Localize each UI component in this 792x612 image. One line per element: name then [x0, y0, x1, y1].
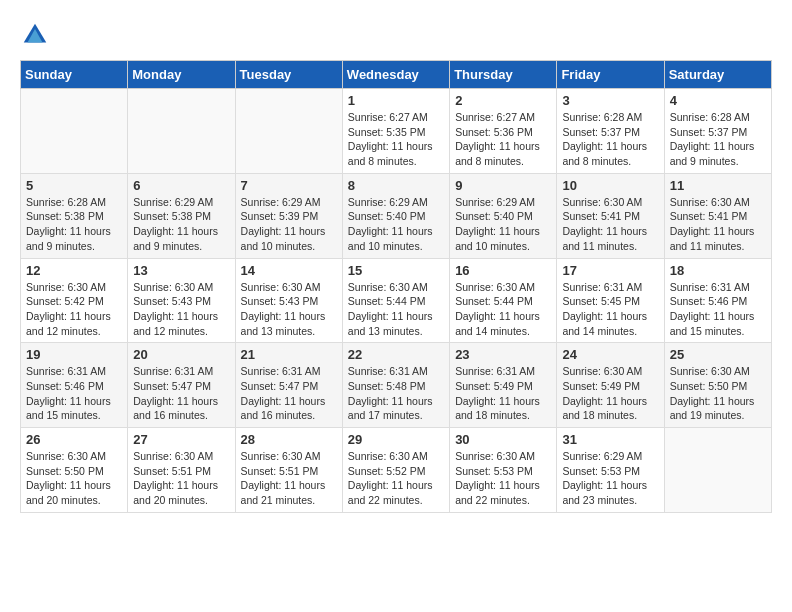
day-number: 22 — [348, 347, 444, 362]
day-number: 31 — [562, 432, 658, 447]
calendar-day-3: 3Sunrise: 6:28 AMSunset: 5:37 PMDaylight… — [557, 89, 664, 174]
day-number: 7 — [241, 178, 337, 193]
day-info: Sunrise: 6:29 AMSunset: 5:39 PMDaylight:… — [241, 195, 337, 254]
day-info: Sunrise: 6:27 AMSunset: 5:36 PMDaylight:… — [455, 110, 551, 169]
calendar-day-21: 21Sunrise: 6:31 AMSunset: 5:47 PMDayligh… — [235, 343, 342, 428]
header-sunday: Sunday — [21, 61, 128, 89]
day-info: Sunrise: 6:30 AMSunset: 5:51 PMDaylight:… — [241, 449, 337, 508]
calendar-day-29: 29Sunrise: 6:30 AMSunset: 5:52 PMDayligh… — [342, 428, 449, 513]
calendar-day-13: 13Sunrise: 6:30 AMSunset: 5:43 PMDayligh… — [128, 258, 235, 343]
day-number: 4 — [670, 93, 766, 108]
day-info: Sunrise: 6:30 AMSunset: 5:50 PMDaylight:… — [670, 364, 766, 423]
day-number: 6 — [133, 178, 229, 193]
calendar-header-row: SundayMondayTuesdayWednesdayThursdayFrid… — [21, 61, 772, 89]
day-info: Sunrise: 6:30 AMSunset: 5:43 PMDaylight:… — [241, 280, 337, 339]
day-info: Sunrise: 6:30 AMSunset: 5:49 PMDaylight:… — [562, 364, 658, 423]
day-info: Sunrise: 6:27 AMSunset: 5:35 PMDaylight:… — [348, 110, 444, 169]
day-info: Sunrise: 6:28 AMSunset: 5:38 PMDaylight:… — [26, 195, 122, 254]
day-number: 13 — [133, 263, 229, 278]
header-wednesday: Wednesday — [342, 61, 449, 89]
day-number: 19 — [26, 347, 122, 362]
day-info: Sunrise: 6:28 AMSunset: 5:37 PMDaylight:… — [562, 110, 658, 169]
calendar-day-17: 17Sunrise: 6:31 AMSunset: 5:45 PMDayligh… — [557, 258, 664, 343]
calendar-day-28: 28Sunrise: 6:30 AMSunset: 5:51 PMDayligh… — [235, 428, 342, 513]
calendar-day-24: 24Sunrise: 6:30 AMSunset: 5:49 PMDayligh… — [557, 343, 664, 428]
header-monday: Monday — [128, 61, 235, 89]
day-info: Sunrise: 6:29 AMSunset: 5:40 PMDaylight:… — [455, 195, 551, 254]
day-info: Sunrise: 6:29 AMSunset: 5:38 PMDaylight:… — [133, 195, 229, 254]
day-number: 17 — [562, 263, 658, 278]
calendar-day-14: 14Sunrise: 6:30 AMSunset: 5:43 PMDayligh… — [235, 258, 342, 343]
day-info: Sunrise: 6:31 AMSunset: 5:46 PMDaylight:… — [26, 364, 122, 423]
day-info: Sunrise: 6:31 AMSunset: 5:45 PMDaylight:… — [562, 280, 658, 339]
calendar-day-10: 10Sunrise: 6:30 AMSunset: 5:41 PMDayligh… — [557, 173, 664, 258]
calendar-week-1: 1Sunrise: 6:27 AMSunset: 5:35 PMDaylight… — [21, 89, 772, 174]
day-number: 24 — [562, 347, 658, 362]
day-number: 2 — [455, 93, 551, 108]
calendar-day-12: 12Sunrise: 6:30 AMSunset: 5:42 PMDayligh… — [21, 258, 128, 343]
calendar-day-1: 1Sunrise: 6:27 AMSunset: 5:35 PMDaylight… — [342, 89, 449, 174]
calendar-day-15: 15Sunrise: 6:30 AMSunset: 5:44 PMDayligh… — [342, 258, 449, 343]
day-number: 30 — [455, 432, 551, 447]
empty-cell — [128, 89, 235, 174]
day-number: 11 — [670, 178, 766, 193]
day-info: Sunrise: 6:28 AMSunset: 5:37 PMDaylight:… — [670, 110, 766, 169]
day-info: Sunrise: 6:30 AMSunset: 5:50 PMDaylight:… — [26, 449, 122, 508]
calendar-day-23: 23Sunrise: 6:31 AMSunset: 5:49 PMDayligh… — [450, 343, 557, 428]
logo-icon — [20, 20, 50, 50]
calendar-day-30: 30Sunrise: 6:30 AMSunset: 5:53 PMDayligh… — [450, 428, 557, 513]
day-number: 25 — [670, 347, 766, 362]
page-header — [20, 20, 772, 50]
day-number: 16 — [455, 263, 551, 278]
day-info: Sunrise: 6:31 AMSunset: 5:47 PMDaylight:… — [133, 364, 229, 423]
calendar-day-11: 11Sunrise: 6:30 AMSunset: 5:41 PMDayligh… — [664, 173, 771, 258]
calendar-day-4: 4Sunrise: 6:28 AMSunset: 5:37 PMDaylight… — [664, 89, 771, 174]
calendar-day-18: 18Sunrise: 6:31 AMSunset: 5:46 PMDayligh… — [664, 258, 771, 343]
calendar-day-6: 6Sunrise: 6:29 AMSunset: 5:38 PMDaylight… — [128, 173, 235, 258]
header-friday: Friday — [557, 61, 664, 89]
day-info: Sunrise: 6:30 AMSunset: 5:41 PMDaylight:… — [670, 195, 766, 254]
day-number: 10 — [562, 178, 658, 193]
day-info: Sunrise: 6:30 AMSunset: 5:44 PMDaylight:… — [455, 280, 551, 339]
calendar-week-5: 26Sunrise: 6:30 AMSunset: 5:50 PMDayligh… — [21, 428, 772, 513]
day-number: 8 — [348, 178, 444, 193]
day-number: 1 — [348, 93, 444, 108]
day-info: Sunrise: 6:31 AMSunset: 5:49 PMDaylight:… — [455, 364, 551, 423]
calendar-day-7: 7Sunrise: 6:29 AMSunset: 5:39 PMDaylight… — [235, 173, 342, 258]
calendar-day-2: 2Sunrise: 6:27 AMSunset: 5:36 PMDaylight… — [450, 89, 557, 174]
day-info: Sunrise: 6:30 AMSunset: 5:51 PMDaylight:… — [133, 449, 229, 508]
day-number: 18 — [670, 263, 766, 278]
day-info: Sunrise: 6:31 AMSunset: 5:48 PMDaylight:… — [348, 364, 444, 423]
header-thursday: Thursday — [450, 61, 557, 89]
calendar-day-19: 19Sunrise: 6:31 AMSunset: 5:46 PMDayligh… — [21, 343, 128, 428]
day-info: Sunrise: 6:30 AMSunset: 5:44 PMDaylight:… — [348, 280, 444, 339]
day-info: Sunrise: 6:30 AMSunset: 5:41 PMDaylight:… — [562, 195, 658, 254]
day-number: 12 — [26, 263, 122, 278]
logo — [20, 20, 54, 50]
day-info: Sunrise: 6:29 AMSunset: 5:53 PMDaylight:… — [562, 449, 658, 508]
calendar-day-16: 16Sunrise: 6:30 AMSunset: 5:44 PMDayligh… — [450, 258, 557, 343]
header-tuesday: Tuesday — [235, 61, 342, 89]
day-number: 5 — [26, 178, 122, 193]
calendar-week-3: 12Sunrise: 6:30 AMSunset: 5:42 PMDayligh… — [21, 258, 772, 343]
day-info: Sunrise: 6:30 AMSunset: 5:52 PMDaylight:… — [348, 449, 444, 508]
calendar-week-4: 19Sunrise: 6:31 AMSunset: 5:46 PMDayligh… — [21, 343, 772, 428]
day-info: Sunrise: 6:31 AMSunset: 5:47 PMDaylight:… — [241, 364, 337, 423]
calendar-day-5: 5Sunrise: 6:28 AMSunset: 5:38 PMDaylight… — [21, 173, 128, 258]
empty-cell — [235, 89, 342, 174]
day-info: Sunrise: 6:31 AMSunset: 5:46 PMDaylight:… — [670, 280, 766, 339]
calendar-day-9: 9Sunrise: 6:29 AMSunset: 5:40 PMDaylight… — [450, 173, 557, 258]
day-number: 26 — [26, 432, 122, 447]
empty-cell — [21, 89, 128, 174]
day-number: 27 — [133, 432, 229, 447]
day-number: 23 — [455, 347, 551, 362]
day-info: Sunrise: 6:30 AMSunset: 5:42 PMDaylight:… — [26, 280, 122, 339]
day-number: 3 — [562, 93, 658, 108]
calendar-week-2: 5Sunrise: 6:28 AMSunset: 5:38 PMDaylight… — [21, 173, 772, 258]
calendar-day-31: 31Sunrise: 6:29 AMSunset: 5:53 PMDayligh… — [557, 428, 664, 513]
day-number: 9 — [455, 178, 551, 193]
day-number: 14 — [241, 263, 337, 278]
day-number: 20 — [133, 347, 229, 362]
day-number: 29 — [348, 432, 444, 447]
calendar-day-27: 27Sunrise: 6:30 AMSunset: 5:51 PMDayligh… — [128, 428, 235, 513]
